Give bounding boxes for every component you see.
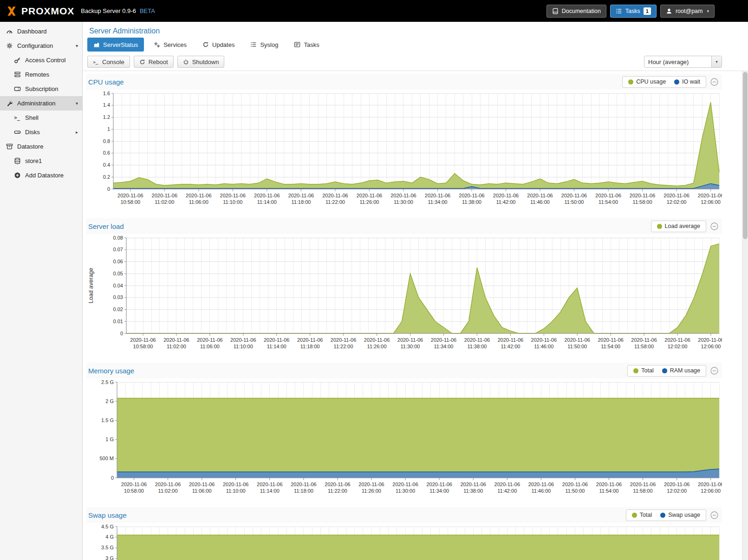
svg-text:11:22:00: 11:22:00 <box>328 488 347 494</box>
database-icon <box>14 157 21 164</box>
svg-text:11:18:00: 11:18:00 <box>294 488 313 494</box>
chevron-down-icon[interactable]: ▾ <box>76 43 78 48</box>
svg-text:11:50:00: 11:50:00 <box>565 488 585 494</box>
svg-text:2020-11-06: 2020-11-06 <box>121 482 147 487</box>
documentation-button[interactable]: Documentation <box>546 5 606 18</box>
collapse-icon[interactable] <box>710 367 718 375</box>
svg-text:11:34:00: 11:34:00 <box>434 344 453 349</box>
sidebar-item-subscription[interactable]: Subscription <box>0 82 82 96</box>
svg-text:2020-11-06: 2020-11-06 <box>288 193 314 198</box>
svg-text:2020-11-06: 2020-11-06 <box>325 482 350 487</box>
svg-text:0.8: 0.8 <box>103 138 110 144</box>
sidebar-item-datastore[interactable]: Datastore <box>0 139 82 154</box>
svg-text:2020-11-06: 2020-11-06 <box>425 193 450 198</box>
chevron-down-icon[interactable]: ▾ <box>711 56 722 67</box>
svg-text:2020-11-06: 2020-11-06 <box>257 482 282 487</box>
svg-text:11:06:00: 11:06:00 <box>192 488 212 494</box>
legend-item-io-wait[interactable]: IO wait <box>674 78 700 85</box>
svg-text:2020-11-06: 2020-11-06 <box>498 337 523 343</box>
series-color-dot <box>633 368 638 373</box>
reboot-button[interactable]: Reboot <box>134 56 174 68</box>
svg-text:11:50:00: 11:50:00 <box>567 344 587 349</box>
chevron-down-icon[interactable]: ▾ <box>76 101 78 106</box>
sidebar-item-dashboard[interactable]: Dashboard <box>0 24 82 39</box>
svg-text:2020-11-06: 2020-11-06 <box>698 482 722 487</box>
legend-item-swap-usage[interactable]: Swap usage <box>660 512 700 518</box>
vertical-scrollbar[interactable] <box>742 71 748 560</box>
tab-services[interactable]: Services <box>148 38 193 52</box>
chevron-down-icon: ▾ <box>707 9 709 13</box>
timeframe-select[interactable]: Hour (average) ▾ <box>644 56 722 68</box>
tab-syslog[interactable]: Syslog <box>244 38 284 52</box>
sidebar-item-access-control[interactable]: Access Control <box>0 53 82 67</box>
svg-text:0.6: 0.6 <box>103 150 110 156</box>
legend-item-ram-usage[interactable]: RAM usage <box>662 367 700 374</box>
proxmox-logo-icon <box>6 5 18 17</box>
scrollbar-thumb[interactable] <box>743 72 748 239</box>
svg-text:2020-11-06: 2020-11-06 <box>392 482 418 487</box>
svg-text:2020-11-06: 2020-11-06 <box>186 193 211 198</box>
tasks-button[interactable]: Tasks 1 <box>610 5 657 18</box>
tab-tasks[interactable]: Tasks <box>288 38 325 52</box>
tab-serverstatus[interactable]: ServerStatus <box>87 38 144 52</box>
console-button[interactable]: >_ Console <box>87 56 130 68</box>
sidebar-item-remotes[interactable]: Remotes <box>0 67 82 82</box>
svg-text:2 G: 2 G <box>105 398 114 404</box>
shutdown-button[interactable]: Shutdown <box>177 56 225 68</box>
chevron-right-icon[interactable]: ▸ <box>76 130 78 135</box>
collapse-icon[interactable] <box>710 511 718 519</box>
svg-text:12:06:00: 12:06:00 <box>701 344 721 349</box>
svg-text:0.05: 0.05 <box>113 271 123 276</box>
svg-text:0.02: 0.02 <box>113 306 123 312</box>
svg-text:11:42:00: 11:42:00 <box>496 199 515 205</box>
svg-text:11:50:00: 11:50:00 <box>564 199 584 205</box>
svg-text:11:54:00: 11:54:00 <box>601 344 620 349</box>
svg-text:11:02:00: 11:02:00 <box>155 199 174 205</box>
legend-item-total-memory[interactable]: Total <box>633 367 653 374</box>
svg-text:11:30:00: 11:30:00 <box>394 199 413 205</box>
svg-text:2020-11-06: 2020-11-06 <box>664 482 689 487</box>
terminal-icon: >_ <box>93 59 99 65</box>
svg-text:11:38:00: 11:38:00 <box>463 488 483 494</box>
swap-usage-panel: Swap usage Total Swap usage <box>86 507 722 560</box>
svg-text:11:22:00: 11:22:00 <box>325 199 345 205</box>
svg-text:11:14:00: 11:14:00 <box>267 344 286 349</box>
tab-updates[interactable]: Updates <box>196 38 241 52</box>
collapse-icon[interactable] <box>710 222 718 230</box>
legend-item-load-average[interactable]: Load average <box>657 223 700 229</box>
svg-text:1: 1 <box>107 126 110 132</box>
collapse-icon[interactable] <box>710 78 718 86</box>
chart-scroll-region: CPU usage CPU usage IO wait <box>83 71 748 560</box>
panel-title: Swap usage <box>88 511 127 519</box>
brand-name: PROXMOX <box>21 6 74 17</box>
svg-text:12:02:00: 12:02:00 <box>667 199 687 205</box>
user-menu-button[interactable]: root@pam ▾ <box>660 5 715 18</box>
legend-item-cpu-usage[interactable]: CPU usage <box>628 78 666 85</box>
sidebar-item-store1[interactable]: store1 <box>0 154 82 168</box>
svg-text:11:58:00: 11:58:00 <box>633 199 652 205</box>
svg-text:11:26:00: 11:26:00 <box>359 199 379 205</box>
svg-text:2020-11-06: 2020-11-06 <box>630 482 656 487</box>
svg-text:0.06: 0.06 <box>113 259 123 264</box>
svg-text:12:02:00: 12:02:00 <box>668 344 688 349</box>
svg-text:2020-11-06: 2020-11-06 <box>117 193 143 198</box>
svg-text:11:58:00: 11:58:00 <box>633 488 653 494</box>
sidebar-item-disks[interactable]: Disks ▸ <box>0 125 82 139</box>
svg-text:2020-11-06: 2020-11-06 <box>297 337 323 343</box>
svg-text:11:42:00: 11:42:00 <box>501 344 520 349</box>
svg-text:2020-11-06: 2020-11-06 <box>397 337 423 343</box>
beta-link[interactable]: BETA <box>140 7 155 14</box>
svg-text:0: 0 <box>120 331 123 336</box>
cpu-usage-panel: CPU usage CPU usage IO wait <box>86 74 722 209</box>
sidebar-item-configuration[interactable]: Configuration ▾ <box>0 39 82 53</box>
svg-text:11:34:00: 11:34:00 <box>429 488 449 494</box>
svg-text:2020-11-06: 2020-11-06 <box>493 193 519 198</box>
svg-text:500 M: 500 M <box>99 456 114 461</box>
gauge-icon <box>6 28 13 35</box>
sidebar-item-shell[interactable]: >_ Shell <box>0 111 82 125</box>
legend-item-total-swap[interactable]: Total <box>632 512 652 518</box>
sidebar-item-add-datastore[interactable]: Add Datastore <box>0 168 82 182</box>
sidebar-item-administration[interactable]: Administration ▾ <box>0 96 82 111</box>
svg-text:2020-11-06: 2020-11-06 <box>390 193 416 198</box>
svg-text:0: 0 <box>107 186 110 192</box>
